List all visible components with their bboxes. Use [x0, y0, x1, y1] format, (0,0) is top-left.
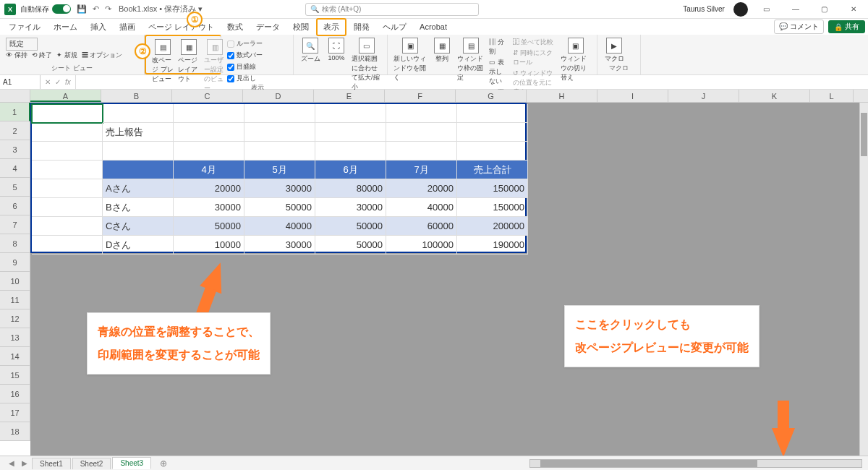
row-header[interactable]: 1: [0, 103, 30, 121]
cell-empty[interactable]: [386, 123, 457, 142]
row-header[interactable]: 18: [0, 422, 30, 441]
sheet-tab[interactable]: Sheet1: [32, 458, 71, 469]
cell-value[interactable]: 30000: [244, 236, 315, 255]
new-view-button[interactable]: ✦ 新規: [56, 51, 77, 60]
col-header[interactable]: I: [597, 90, 668, 102]
cell-value[interactable]: 30000: [174, 198, 244, 217]
cell-empty[interactable]: [32, 123, 103, 142]
col-header[interactable]: H: [527, 90, 597, 102]
custom-views-button[interactable]: ▥ ユーザー設定のビュー: [204, 39, 226, 93]
row-header[interactable]: 17: [0, 403, 30, 422]
sheet-tab-active[interactable]: Sheet3: [112, 457, 151, 469]
ruler-checkbox[interactable]: ルーラー: [227, 39, 287, 48]
tab-formulas[interactable]: 数式: [221, 20, 249, 35]
cell-value[interactable]: 20000: [174, 179, 244, 198]
zoom-100-button[interactable]: ⛶100%: [326, 38, 347, 61]
tab-draw[interactable]: 描画: [114, 20, 141, 35]
cell-header[interactable]: 5月: [244, 161, 315, 179]
undo-icon[interactable]: ↶: [93, 4, 99, 14]
split-button[interactable]: ▥ 分割: [489, 38, 509, 56]
cell-header[interactable]: 売上合計: [457, 161, 528, 179]
cell-empty[interactable]: [244, 104, 315, 123]
tab-insert[interactable]: 挿入: [85, 20, 112, 35]
close-button[interactable]: ✕: [843, 5, 864, 13]
cell-header-name[interactable]: [103, 161, 174, 179]
tab-file[interactable]: ファイル: [3, 20, 46, 35]
col-header[interactable]: E: [314, 90, 385, 102]
col-header[interactable]: F: [385, 90, 456, 102]
cell-value[interactable]: 150000: [457, 198, 528, 217]
cell-value[interactable]: 150000: [457, 179, 528, 198]
cancel-formula-icon[interactable]: ✕: [45, 78, 51, 86]
cell-empty[interactable]: [315, 123, 386, 142]
arrange-all-button[interactable]: ▦整列: [431, 38, 453, 64]
cell-header[interactable]: 7月: [386, 161, 457, 179]
cell-empty[interactable]: [174, 104, 244, 123]
side-by-side-button[interactable]: ⿲ 並べて比較: [513, 38, 556, 47]
cell-empty[interactable]: [457, 104, 528, 123]
cell-value[interactable]: 50000: [315, 236, 386, 255]
comments-button[interactable]: 💬 コメント: [774, 20, 824, 34]
col-header[interactable]: D: [243, 90, 314, 102]
cell-empty[interactable]: [103, 142, 174, 161]
toggle-switch-icon[interactable]: [52, 4, 71, 14]
cell-value[interactable]: 30000: [244, 179, 315, 198]
cell-empty[interactable]: [244, 142, 315, 161]
share-button[interactable]: 🔒 共有: [828, 20, 865, 33]
autosave-toggle[interactable]: 自動保存: [20, 4, 71, 14]
zoom-button[interactable]: 🔍ズーム: [299, 38, 321, 64]
cell-value[interactable]: 50000: [174, 217, 244, 236]
horizontal-scrollbar[interactable]: [529, 459, 862, 468]
formula-bar-checkbox[interactable]: 数式バー: [227, 51, 287, 60]
cell-empty[interactable]: [32, 179, 103, 198]
cell-row-name[interactable]: Dさん: [103, 236, 174, 255]
sheet-nav-prev[interactable]: ◀: [6, 459, 17, 467]
cell-A1[interactable]: [32, 104, 103, 123]
row-header[interactable]: 8: [0, 234, 30, 253]
username[interactable]: Taurus Silver: [683, 5, 725, 13]
cell-value[interactable]: 40000: [386, 198, 457, 217]
view-options-button[interactable]: ☰ オプション: [82, 51, 123, 60]
cell-header[interactable]: 6月: [315, 161, 386, 179]
cell-empty[interactable]: [457, 142, 528, 161]
row-header[interactable]: 6: [0, 197, 30, 215]
row-header[interactable]: 2: [0, 121, 30, 140]
cell-empty[interactable]: [174, 142, 244, 161]
search-input[interactable]: 🔍 検索 (Alt+Q): [305, 3, 479, 16]
name-box[interactable]: A1: [0, 75, 41, 89]
ribbon-mode-icon[interactable]: ▭: [757, 5, 777, 13]
cell-empty[interactable]: [457, 123, 528, 142]
print-area[interactable]: 1 ページ 売上報告 4月 5月 6月 7月 売上合計 Aさん200003000…: [30, 103, 527, 253]
gridlines-checkbox[interactable]: 目盛線: [227, 62, 287, 72]
select-all-corner[interactable]: [0, 90, 30, 102]
row-header[interactable]: 10: [0, 272, 30, 291]
fx-icon[interactable]: fx: [65, 78, 71, 86]
enter-formula-icon[interactable]: ✓: [55, 78, 61, 86]
page-layout-button[interactable]: ▦ ページ レイアウト: [178, 39, 200, 84]
row-header[interactable]: 5: [0, 178, 30, 197]
keep-view-button[interactable]: 👁 保持: [6, 51, 27, 60]
page-break-preview-button[interactable]: ▤ 改ページ プレビュー: [152, 39, 174, 84]
cell-value[interactable]: 50000: [244, 198, 315, 217]
row-header[interactable]: 11: [0, 291, 30, 309]
tab-review[interactable]: 校閲: [287, 20, 315, 35]
cell-value[interactable]: 190000: [457, 236, 528, 255]
cell-empty[interactable]: [315, 104, 386, 123]
cell-empty[interactable]: [244, 123, 315, 142]
row-header[interactable]: 3: [0, 140, 30, 159]
col-header[interactable]: A: [30, 90, 101, 102]
col-header[interactable]: G: [456, 90, 527, 102]
save-icon[interactable]: 💾: [77, 4, 87, 14]
sheet-view-dropdown[interactable]: 既定: [6, 38, 38, 51]
tab-acrobat[interactable]: Acrobat: [414, 20, 453, 33]
cell-value[interactable]: 30000: [315, 198, 386, 217]
sheet-tab[interactable]: Sheet2: [72, 458, 111, 469]
cell-empty[interactable]: [386, 142, 457, 161]
col-header[interactable]: C: [172, 90, 243, 102]
cell-empty[interactable]: [32, 142, 103, 161]
row-header[interactable]: 16: [0, 385, 30, 403]
tab-developer[interactable]: 開発: [348, 20, 375, 35]
cell-value[interactable]: 50000: [315, 217, 386, 236]
cell-empty[interactable]: [174, 123, 244, 142]
cell-row-name[interactable]: Aさん: [103, 179, 174, 198]
